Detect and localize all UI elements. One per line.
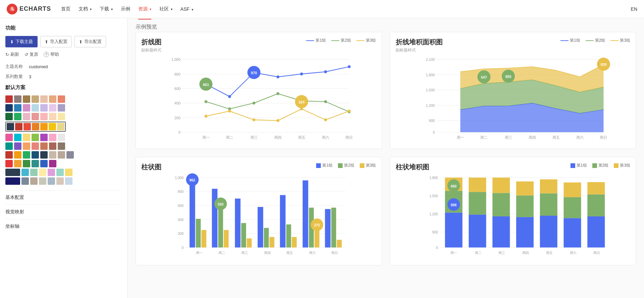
color-swatch[interactable] [56,169,64,176]
color-swatch[interactable] [40,95,48,103]
color-swatch[interactable] [5,160,13,167]
color-swatch[interactable] [66,151,74,159]
color-swatch[interactable] [49,134,56,141]
color-swatch[interactable] [49,142,56,150]
color-swatch[interactable] [23,151,30,159]
color-swatch[interactable] [7,123,14,130]
scheme-row-8 [5,160,122,167]
color-swatch[interactable] [5,95,13,103]
color-swatch[interactable] [58,113,65,120]
color-swatch[interactable] [23,95,30,103]
color-swatch[interactable] [23,104,30,112]
color-swatch[interactable] [14,104,21,112]
sidebar-nav-visual-map[interactable]: 视觉映射 [5,205,122,219]
color-swatch[interactable] [39,169,46,176]
svg-text:周四: 周四 [264,251,271,255]
color-swatch[interactable] [32,134,39,141]
color-swatch[interactable] [15,123,22,130]
color-swatch[interactable] [49,160,56,167]
color-swatch[interactable] [58,134,65,141]
nav-download[interactable]: 下载 ▾ [100,5,113,13]
lang-switch[interactable]: EN [631,6,637,12]
selected-scheme[interactable] [5,122,66,132]
color-swatch[interactable] [48,169,55,176]
nav-resources[interactable]: 资源 ▾ [138,5,151,13]
color-swatch[interactable] [32,151,39,159]
color-swatch[interactable] [49,113,56,120]
color-swatch[interactable] [14,113,21,120]
svg-rect-113 [280,195,286,248]
svg-rect-114 [286,224,291,248]
color-swatch[interactable] [40,104,48,112]
basic-config-label: 基本配置 [5,195,24,201]
color-swatch[interactable] [49,123,56,130]
sidebar-nav-basic-config[interactable]: 基本配置 [5,190,122,205]
refresh-action[interactable]: ↻ 刷新 [5,51,19,57]
color-swatch[interactable] [21,177,29,185]
color-swatch[interactable] [40,151,48,159]
logo[interactable]: ECHARTS [7,4,51,14]
color-swatch[interactable] [49,151,56,159]
svg-rect-111 [264,228,269,247]
color-swatch[interactable] [32,95,39,103]
color-swatch[interactable] [23,142,30,150]
nav-examples[interactable]: 示例 [121,5,130,13]
color-swatch[interactable] [58,151,65,159]
color-swatch[interactable] [5,142,13,150]
color-swatch[interactable] [65,169,72,176]
svg-text:周日: 周日 [346,135,353,139]
color-swatch[interactable] [5,134,13,141]
svg-text:1,200: 1,200 [426,103,435,108]
nav-home[interactable]: 首页 [61,5,70,13]
color-swatch[interactable] [40,113,48,120]
svg-text:962: 962 [189,178,195,182]
color-swatch[interactable] [40,142,48,150]
help-action[interactable]: ? 帮助 [44,51,59,57]
color-swatch[interactable] [14,134,21,141]
color-swatch[interactable] [39,177,46,185]
color-swatch[interactable] [48,177,55,185]
color-swatch[interactable] [56,177,64,185]
color-swatch[interactable] [21,169,29,176]
color-swatch[interactable] [57,123,64,130]
color-swatch[interactable] [58,142,65,150]
color-swatch[interactable] [32,104,39,112]
color-swatch[interactable] [30,177,38,185]
color-swatch[interactable] [14,151,21,159]
nav-community[interactable]: 社区 ▾ [159,5,172,13]
color-swatch[interactable] [32,160,39,167]
color-swatch[interactable] [23,160,30,167]
color-swatch[interactable] [58,95,65,103]
color-swatch[interactable] [32,113,39,120]
color-swatch[interactable] [49,104,56,112]
svg-rect-101 [190,180,195,248]
download-theme-button[interactable]: ⬇ 下载主题 [5,36,38,47]
color-swatch[interactable] [40,134,48,141]
export-config-button[interactable]: ⬆ 导出配置 [75,36,106,47]
color-swatch[interactable] [30,169,38,176]
color-swatch[interactable] [58,104,65,112]
color-swatch[interactable] [23,113,30,120]
sidebar-nav-axis[interactable]: 坐标轴 [5,219,122,233]
color-swatch[interactable] [40,123,48,130]
color-swatch[interactable] [5,113,13,120]
color-swatch[interactable] [5,169,20,176]
color-swatch[interactable] [65,177,72,185]
nav-docs[interactable]: 文档 ▾ [79,5,92,13]
color-swatch[interactable] [14,142,21,150]
svg-text:547: 547 [481,75,487,79]
color-swatch[interactable] [14,160,21,167]
import-config-button[interactable]: ⬆ 导入配置 [40,36,72,47]
color-swatch[interactable] [14,95,21,103]
color-swatch[interactable] [5,177,20,185]
color-swatch[interactable] [23,134,30,141]
color-swatch[interactable] [23,123,31,130]
color-swatch[interactable] [32,142,39,150]
color-swatch[interactable] [40,160,48,167]
color-swatch[interactable] [32,123,39,130]
reset-action[interactable]: ↺ 复原 [24,51,38,57]
nav-asf[interactable]: ASF ▾ [181,5,193,13]
color-swatch[interactable] [5,151,13,159]
color-swatch[interactable] [49,95,56,103]
color-swatch[interactable] [5,104,13,112]
